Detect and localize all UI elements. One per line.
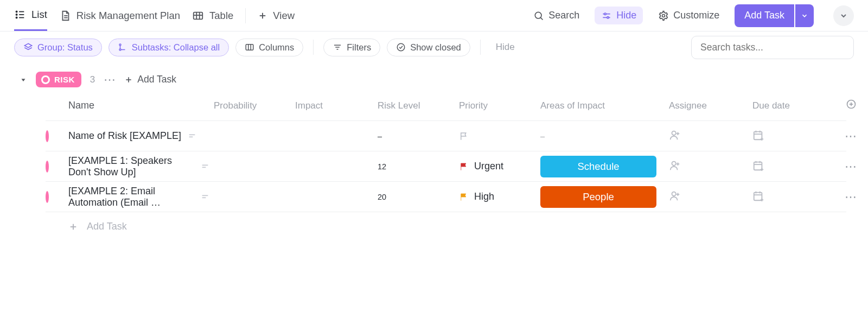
- col-impact[interactable]: Impact: [295, 100, 378, 111]
- plus-icon: [124, 75, 133, 84]
- more-menu[interactable]: [833, 5, 854, 26]
- assignee-cell[interactable]: [669, 160, 752, 173]
- row-more-icon[interactable]: ⋯: [832, 160, 861, 174]
- tab-list-label: List: [31, 9, 47, 21]
- status-badge[interactable]: RISK: [36, 72, 81, 87]
- col-probability[interactable]: Probability: [214, 100, 295, 111]
- areas-cell[interactable]: Schedule: [540, 156, 669, 177]
- table-row[interactable]: Name of Risk [EXAMPLE] – – ⋯: [46, 121, 846, 151]
- filters-pill-label: Filters: [347, 42, 371, 53]
- chevron-down-icon: [839, 11, 848, 20]
- add-task-label: Add Task: [744, 10, 784, 21]
- search-tasks-input[interactable]: [700, 42, 845, 53]
- col-risk-level[interactable]: Risk Level: [378, 100, 459, 111]
- add-task-inline[interactable]: Add Task: [124, 74, 176, 85]
- search-button[interactable]: Search: [530, 10, 583, 21]
- tab-list[interactable]: List: [14, 0, 47, 31]
- hide-toggle[interactable]: Hide: [595, 7, 643, 24]
- svg-rect-24: [246, 44, 253, 50]
- subtasks-pill-label: Subtasks: Collapse all: [132, 42, 220, 53]
- task-name[interactable]: [EXAMPLE 2: Email Automation (Email …: [68, 186, 194, 208]
- toolbar-hide[interactable]: Hide: [496, 42, 515, 53]
- group-count: 3: [90, 74, 95, 85]
- priority-cell[interactable]: High: [459, 191, 540, 202]
- list-toolbar: Group: Status Subtasks: Collapse all Col…: [0, 31, 868, 63]
- risk-level-cell[interactable]: 20: [378, 193, 459, 201]
- svg-point-19: [607, 16, 609, 18]
- svg-marker-31: [22, 79, 25, 81]
- risk-level-cell[interactable]: –: [378, 132, 459, 141]
- priority-cell[interactable]: Urgent: [459, 161, 540, 172]
- row-more-icon[interactable]: ⋯: [832, 129, 861, 143]
- col-due[interactable]: Due date: [752, 100, 832, 111]
- filters-pill[interactable]: Filters: [323, 39, 380, 56]
- due-date-cell[interactable]: [752, 129, 832, 143]
- collapse-group-icon[interactable]: [20, 76, 27, 84]
- priority-cell[interactable]: [459, 131, 540, 141]
- add-column[interactable]: [832, 99, 861, 112]
- svg-point-14: [535, 12, 542, 18]
- priority-label: High: [474, 191, 494, 202]
- assignee-cell[interactable]: [669, 190, 752, 203]
- customize-button[interactable]: Customize: [655, 10, 723, 21]
- chevron-down-icon: [801, 12, 808, 20]
- svg-line-15: [541, 17, 543, 20]
- col-areas[interactable]: Areas of Impact: [540, 100, 669, 111]
- due-date-cell[interactable]: [752, 160, 832, 173]
- row-more-icon[interactable]: ⋯: [832, 190, 861, 204]
- divider: [313, 40, 314, 55]
- svg-rect-42: [754, 132, 762, 140]
- col-name[interactable]: Name: [68, 100, 214, 111]
- area-empty: –: [540, 132, 545, 141]
- status-icon[interactable]: [46, 191, 49, 203]
- risk-level-cell[interactable]: 12: [378, 162, 459, 171]
- description-icon[interactable]: [188, 132, 196, 141]
- filter-icon: [333, 42, 342, 52]
- add-task-button[interactable]: Add Task: [735, 4, 794, 27]
- svg-point-30: [397, 43, 405, 51]
- search-icon: [533, 10, 544, 21]
- group-pill[interactable]: Group: Status: [14, 39, 102, 56]
- svg-point-20: [662, 14, 665, 17]
- columns-icon: [245, 42, 254, 52]
- due-date-cell[interactable]: [752, 190, 832, 203]
- columns-pill[interactable]: Columns: [235, 39, 303, 56]
- gear-icon: [658, 10, 669, 21]
- table-row[interactable]: [EXAMPLE 2: Email Automation (Email … 20…: [46, 182, 846, 212]
- task-name[interactable]: Name of Risk [EXAMPLE]: [68, 130, 181, 142]
- subtasks-icon: [118, 42, 127, 52]
- description-icon[interactable]: [201, 162, 209, 171]
- tab-risk-plan[interactable]: Risk Management Plan: [59, 0, 180, 31]
- sliders-icon: [601, 10, 612, 21]
- area-tag: People: [540, 186, 656, 208]
- flag-icon: [459, 192, 469, 202]
- col-priority[interactable]: Priority: [459, 100, 540, 111]
- table-row[interactable]: [EXAMPLE 1: Speakers Don't Show Up] 12 U…: [46, 151, 846, 182]
- add-task-dropdown[interactable]: [795, 4, 814, 27]
- columns-pill-label: Columns: [259, 42, 294, 53]
- areas-cell[interactable]: People: [540, 186, 669, 208]
- add-task-row[interactable]: Add Task: [46, 212, 846, 232]
- search-tasks-box[interactable]: [691, 36, 854, 59]
- description-icon[interactable]: [201, 193, 209, 201]
- status-icon[interactable]: [46, 161, 49, 173]
- add-task-split: Add Task: [735, 4, 814, 27]
- status-icon[interactable]: [46, 130, 49, 142]
- flag-icon: [459, 131, 469, 141]
- col-assignee[interactable]: Assignee: [669, 100, 752, 111]
- task-name[interactable]: [EXAMPLE 1: Speakers Don't Show Up]: [68, 155, 194, 178]
- show-closed-pill[interactable]: Show closed: [387, 39, 470, 56]
- priority-label: Urgent: [474, 161, 503, 172]
- subtasks-pill[interactable]: Subtasks: Collapse all: [108, 39, 229, 56]
- list-icon: [14, 9, 26, 21]
- add-view[interactable]: View: [258, 0, 295, 31]
- status-dot-icon: [41, 75, 50, 84]
- areas-cell[interactable]: –: [540, 132, 669, 141]
- task-table: Name Probability Impact Risk Level Prior…: [46, 91, 846, 232]
- assignee-cell[interactable]: [669, 129, 752, 143]
- tab-table[interactable]: Table: [192, 0, 233, 31]
- svg-rect-64: [754, 193, 762, 201]
- area-tag: Schedule: [540, 156, 656, 177]
- group-header: RISK 3 ⋯ Add Task: [0, 63, 868, 91]
- plus-icon: [68, 222, 78, 232]
